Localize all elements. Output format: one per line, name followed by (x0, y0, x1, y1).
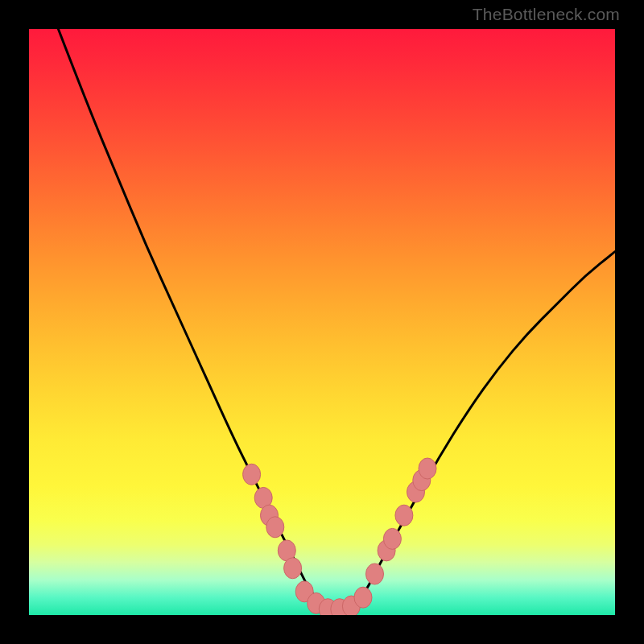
data-marker (284, 558, 302, 579)
data-marker (354, 587, 372, 608)
plot-area (29, 29, 615, 615)
bottleneck-curve-path (58, 29, 615, 609)
watermark-text: TheBottleneck.com (473, 5, 620, 24)
data-marker (395, 505, 413, 526)
marker-group (243, 458, 436, 615)
data-marker (366, 564, 384, 584)
data-marker (419, 458, 436, 479)
data-marker (383, 528, 401, 549)
chart-frame: TheBottleneck.com (0, 0, 644, 644)
data-marker (243, 464, 261, 485)
curve-layer (29, 29, 615, 615)
data-marker (266, 517, 284, 538)
